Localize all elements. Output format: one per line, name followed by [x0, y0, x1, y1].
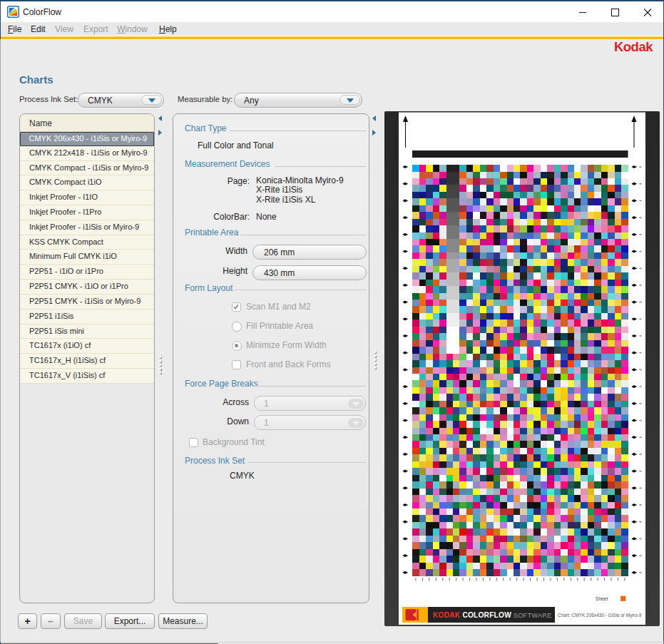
svg-text:Sheet: Sheet — [596, 596, 608, 601]
svg-text:KODAK COLORFLOW SOFTWARE: KODAK COLORFLOW SOFTWARE — [433, 611, 552, 619]
svg-text:Chart: CMYK 206x430 - i1iSis o: Chart: CMYK 206x430 - i1iSis or Myiro-9 — [558, 613, 642, 618]
